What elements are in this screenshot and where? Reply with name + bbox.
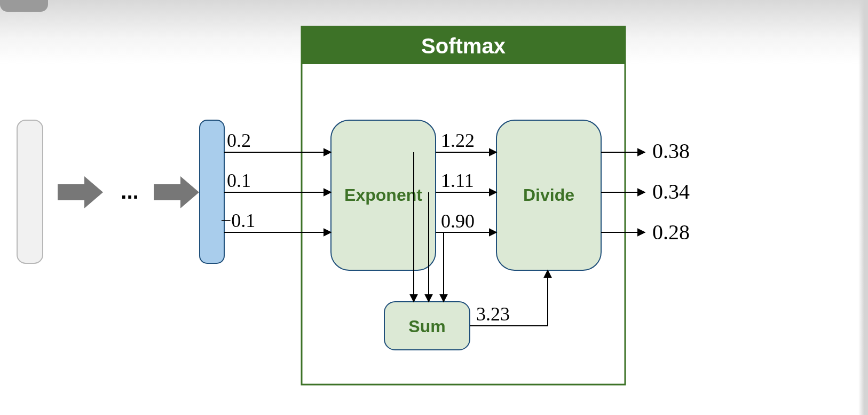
ellipsis: ... [121,179,138,203]
diagram-stage: Softmax ... Exponent Divide Sum 0.2 0.1 … [0,0,868,415]
input-pill [17,120,43,263]
logits-vector [200,120,224,263]
exp-value-2: 0.90 [441,210,475,232]
output-value-0: 0.38 [652,139,690,163]
sum-label: Sum [408,317,445,336]
fat-arrow-1 [58,176,103,208]
softmax-title: Softmax [421,34,506,58]
input-value-0: 0.2 [227,130,251,151]
fat-arrow-2 [154,176,199,208]
output-value-1: 0.34 [652,179,690,203]
exponent-label: Exponent [344,185,422,205]
output-value-2: 0.28 [652,220,690,244]
exp-value-1: 1.11 [441,170,474,191]
sum-value: 3.23 [476,303,510,325]
input-value-1: 0.1 [227,170,251,191]
exp-value-0: 1.22 [441,130,475,151]
input-value-2: −0.1 [220,210,255,231]
divide-label: Divide [523,185,574,205]
